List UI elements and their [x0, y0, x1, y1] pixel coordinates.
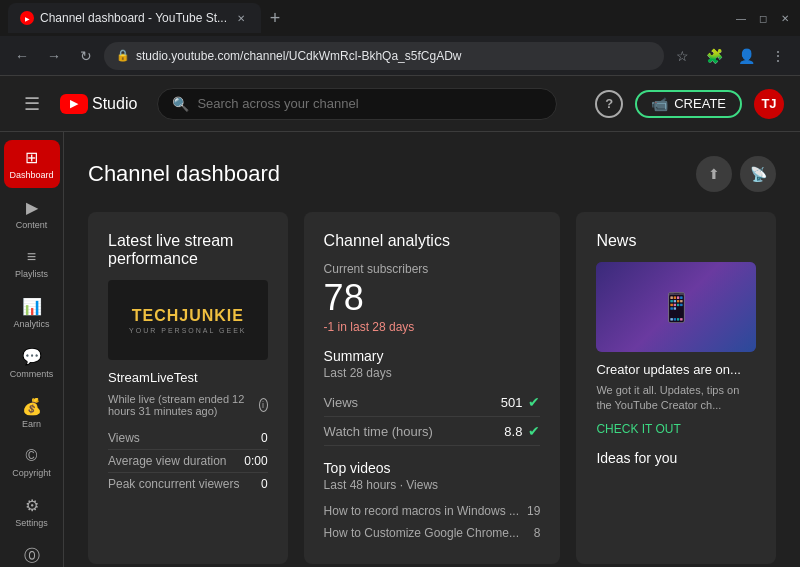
metric-views-label: Views	[324, 395, 358, 410]
news-desc: We got it all. Updates, tips on the YouT…	[596, 383, 756, 414]
metric-views-right: 501 ✔	[501, 394, 541, 410]
stat-row-peak: Peak concurrent viewers 0	[108, 473, 268, 495]
comments-label: Comments	[10, 369, 54, 379]
tech-logo: TECHJUNKIE	[132, 307, 244, 325]
tab-bar: Channel dashboard - YouTube St... ✕ + — …	[0, 0, 800, 36]
maximize-button[interactable]: ◻	[756, 11, 770, 25]
copyright-icon: ©	[26, 447, 38, 465]
top-videos-period: Last 48 hours · Views	[324, 478, 541, 492]
dashboard-grid: Latest live stream performance TECHJUNKI…	[88, 212, 776, 564]
content-icon: ▶	[26, 198, 38, 217]
address-bar[interactable]: 🔒 studio.youtube.com/channel/UCdkWmRcl-B…	[104, 42, 664, 70]
settings-icon: ⚙	[25, 496, 39, 515]
news-card: News 📱 Creator updates are on... We got …	[576, 212, 776, 564]
create-button[interactable]: 📹 CREATE	[635, 90, 742, 118]
sidebar-item-copyright[interactable]: © Copyright	[4, 439, 60, 486]
content-label: Content	[16, 220, 48, 230]
search-icon: 🔍	[172, 96, 189, 112]
summary-period: Last 28 days	[324, 366, 541, 380]
close-tab-button[interactable]: ✕	[233, 10, 249, 26]
stat-row-avg-duration: Average view duration 0:00	[108, 450, 268, 473]
top-nav: ☰ Studio 🔍 Search across your channel ? …	[0, 76, 800, 132]
create-label: CREATE	[674, 96, 726, 111]
stat-peak-label: Peak concurrent viewers	[108, 477, 239, 491]
page-title: Channel dashboard	[88, 161, 280, 187]
new-tab-button[interactable]: +	[261, 4, 289, 32]
sidebar-item-playlists[interactable]: ≡ Playlists	[4, 240, 60, 287]
studio-label: Studio	[92, 95, 137, 113]
video-row-1: How to Customize Google Chrome... 8	[324, 522, 541, 544]
playlists-icon: ≡	[27, 248, 36, 266]
extensions-icon[interactable]: 🧩	[700, 42, 728, 70]
check-it-out-link[interactable]: CHECK IT OUT	[596, 422, 756, 436]
close-button[interactable]: ✕	[778, 11, 792, 25]
dashboard-label: Dashboard	[9, 170, 53, 180]
stream-card-title: Latest live stream performance	[108, 232, 268, 268]
sidebar-item-earn[interactable]: 💰 Earn	[4, 389, 60, 437]
subscribers-change: -1 in last 28 days	[324, 320, 541, 334]
sidebar-item-analytics[interactable]: 📊 Analytics	[4, 289, 60, 337]
live-button[interactable]: 📡	[740, 156, 776, 192]
sidebar-item-comments[interactable]: 💬 Comments	[4, 339, 60, 387]
thumb-inner: TECHJUNKIE YOUR PERSONAL GEEK	[108, 280, 268, 360]
summary-title: Summary	[324, 348, 541, 364]
bookmark-icon[interactable]: ☆	[668, 42, 696, 70]
header-actions: ⬆ 📡	[696, 156, 776, 192]
metric-views-value: 501	[501, 395, 523, 410]
avatar[interactable]: TJ	[754, 89, 784, 119]
stat-views-value: 0	[261, 431, 268, 445]
comments-icon: 💬	[22, 347, 42, 366]
yt-logo[interactable]: Studio	[60, 94, 137, 114]
earn-label: Earn	[22, 419, 41, 429]
metric-watchtime-right: 8.8 ✔	[504, 423, 540, 439]
tech-sub: YOUR PERSONAL GEEK	[129, 327, 246, 334]
sidebar-item-dashboard[interactable]: ⊞ Dashboard	[4, 140, 60, 188]
subscribers-label: Current subscribers	[324, 262, 541, 276]
stream-thumbnail: TECHJUNKIE YOUR PERSONAL GEEK	[108, 280, 268, 360]
stream-note-text: While live (stream ended 12 hours 31 min…	[108, 393, 255, 417]
active-tab[interactable]: Channel dashboard - YouTube St... ✕	[8, 3, 261, 33]
metric-views: Views 501 ✔	[324, 388, 541, 417]
browser-chrome: Channel dashboard - YouTube St... ✕ + — …	[0, 0, 800, 76]
main-content: Channel dashboard ⬆ 📡 Latest live stream…	[64, 132, 800, 567]
profile-icon[interactable]: 👤	[732, 42, 760, 70]
youtube-studio-app: ☰ Studio 🔍 Search across your channel ? …	[0, 76, 800, 567]
stat-duration-label: Average view duration	[108, 454, 227, 468]
window-controls: — ◻ ✕	[734, 11, 792, 25]
forward-button[interactable]: →	[40, 42, 68, 70]
info-icon[interactable]: i	[259, 398, 268, 412]
stream-note: While live (stream ended 12 hours 31 min…	[108, 393, 268, 417]
sidebar-item-feedback[interactable]: ⓪ Feedback	[4, 538, 60, 567]
earn-icon: 💰	[22, 397, 42, 416]
hamburger-menu[interactable]: ☰	[16, 88, 48, 120]
search-bar[interactable]: 🔍 Search across your channel	[157, 88, 557, 120]
news-thumbnail: 📱	[596, 262, 756, 352]
minimize-button[interactable]: —	[734, 11, 748, 25]
analytics-icon: 📊	[22, 297, 42, 316]
url-text: studio.youtube.com/channel/UCdkWmRcl-Bkh…	[136, 49, 652, 63]
help-button[interactable]: ?	[595, 90, 623, 118]
tab-favicon	[20, 11, 34, 25]
menu-icon[interactable]: ⋮	[764, 42, 792, 70]
video-title-1: How to Customize Google Chrome...	[324, 526, 526, 540]
news-thumb-content: 📱	[596, 262, 756, 352]
video-title-0: How to record macros in Windows ...	[324, 504, 519, 518]
stat-peak-value: 0	[261, 477, 268, 491]
stat-views-label: Views	[108, 431, 140, 445]
video-row-0: How to record macros in Windows ... 19	[324, 500, 541, 522]
check-icon-watchtime: ✔	[528, 423, 540, 439]
upload-button[interactable]: ⬆	[696, 156, 732, 192]
news-card-title: News	[596, 232, 756, 250]
back-button[interactable]: ←	[8, 42, 36, 70]
refresh-button[interactable]: ↻	[72, 42, 100, 70]
sidebar-item-settings[interactable]: ⚙ Settings	[4, 488, 60, 536]
playlists-label: Playlists	[15, 269, 48, 279]
sidebar: ⊞ Dashboard ▶ Content ≡ Playlists 📊 Anal…	[0, 132, 64, 567]
metric-watchtime: Watch time (hours) 8.8 ✔	[324, 417, 541, 446]
search-placeholder: Search across your channel	[197, 96, 358, 111]
app-body: ⊞ Dashboard ▶ Content ≡ Playlists 📊 Anal…	[0, 132, 800, 567]
check-icon-views: ✔	[528, 394, 540, 410]
camera-icon: 📹	[651, 96, 668, 112]
sidebar-item-content[interactable]: ▶ Content	[4, 190, 60, 238]
settings-label: Settings	[15, 518, 48, 528]
